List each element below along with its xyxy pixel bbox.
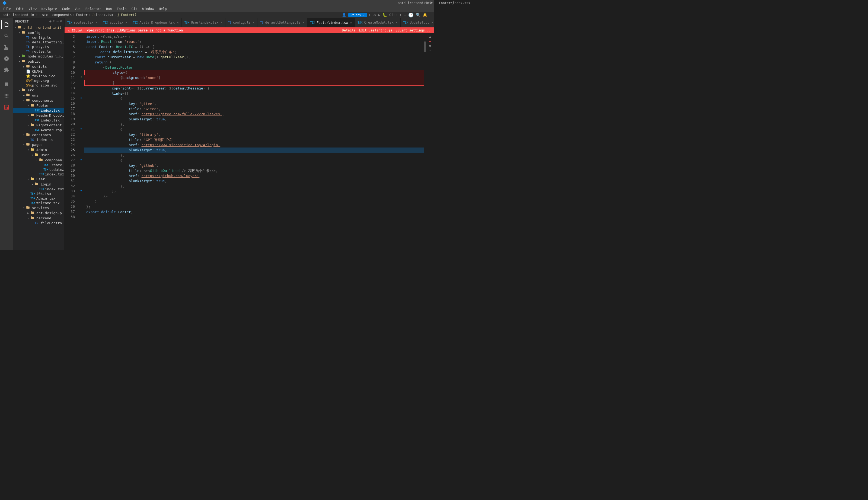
menu-refactor[interactable]: Refactor [83,7,103,11]
nav-up-icon[interactable]: ▲ [429,34,431,39]
tree-right-content-dir[interactable]: ▾ RightContent [13,123,64,128]
tree-pages-dir[interactable]: ▾ pages [13,142,64,147]
breadcrumb-file[interactable]: index.tsx [95,13,113,17]
activity-bookmarks[interactable] [1,79,12,90]
tree-config-ts[interactable]: TS config.ts [13,35,64,40]
breadcrumb-root[interactable]: antd-frontend-init [3,13,38,17]
tree-admin-dir[interactable]: ▾ Admin [13,147,64,152]
tree-src[interactable]: ▾ src [13,88,64,93]
tree-services-dir[interactable]: ▾ services [13,205,64,211]
menu-vue[interactable]: Vue [72,7,83,11]
tree-umi[interactable]: ▶ umi [13,93,64,98]
tree-user-index[interactable]: TSX index.tsx [13,172,64,177]
tree-components[interactable]: ▾ components [13,98,64,103]
tree-avatar-dropdown[interactable]: TSX AvatarDropdown.tsx [13,128,64,132]
menu-window[interactable]: Window [140,7,156,11]
tab-config[interactable]: TS config.ts ✕ [225,18,258,27]
tree-welcome-tsx[interactable]: TSX Welcome.tsx [13,201,64,205]
sidebar-collapse-icon[interactable]: ⊟ [53,19,55,24]
sidebar-close-icon[interactable]: ✕ [60,19,62,24]
tree-file-controller[interactable]: TS fileController.ts [13,221,64,225]
tree-pro-icon-svg[interactable]: SVG pro_icon.svg [13,83,64,88]
toolbar-notifications-icon[interactable]: 🔔 [422,13,427,17]
tab-routes[interactable]: TSX routes.tsx ✕ [65,18,100,27]
breadcrumb-function[interactable]: ⨍ Footer() [117,13,137,17]
error-eslint-settings-link[interactable]: ESLint settings... [395,29,431,32]
tree-public-dir[interactable]: ▾ public [13,59,64,64]
activity-git[interactable] [1,42,12,53]
breadcrumb-src[interactable]: src [42,13,48,17]
tab-user-index[interactable]: TSX User\index.tsx ✕ [182,18,225,27]
tree-logo-svg[interactable]: SVG logo.svg [13,78,64,83]
tree-constants-index[interactable]: TS index.ts [13,137,64,142]
tab-default-settings[interactable]: TS defaultSettings.ts ✕ [257,18,307,27]
toolbar-git-push-icon[interactable]: ↑ [399,13,402,17]
tab-avatar-close[interactable]: ✕ [177,21,179,24]
tree-constants-dir[interactable]: ▾ constants [13,132,64,137]
tree-header-dropdown-index[interactable]: TSX index.tsx [13,118,64,123]
toolbar-git-pull-icon[interactable]: ↓ [404,13,406,17]
toolbar-run-icon[interactable]: ▶ [378,13,380,17]
tab-footer-index-close[interactable]: ✕ [350,21,352,24]
error-details-link[interactable]: Details [342,29,356,32]
tree-update-modal[interactable]: TSX UpdateModal.tsx [13,167,64,172]
tab-routes-close[interactable]: ✕ [95,21,97,24]
menu-navigate[interactable]: Navigate [40,7,59,11]
menu-file[interactable]: File [1,7,13,11]
breadcrumb-components[interactable]: components [52,13,71,17]
tree-root[interactable]: ▾ antd-frontend-init [13,25,64,30]
menu-help[interactable]: Help [157,7,169,11]
tab-app-close[interactable]: ✕ [126,21,127,24]
activity-explorer[interactable] [1,19,12,30]
tab-create-modal-close[interactable]: ✕ [396,21,398,24]
sidebar-new-file-icon[interactable]: ＋ [48,19,52,24]
tab-default-settings-close[interactable]: ✕ [303,21,305,24]
tree-backend-dir[interactable]: ▾ backend [13,216,64,221]
error-edit-eslint-link[interactable]: Edit .eslintrc.js [359,29,392,32]
tree-default-settings[interactable]: TS defaultSettings.ts [13,40,64,44]
tree-scripts[interactable]: ▶ scripts [13,64,64,69]
tree-cname[interactable]: 📄 CNAME [13,69,64,74]
menu-run[interactable]: Run [104,7,114,11]
tree-login-dir[interactable]: ▶ Login [13,182,64,187]
tab-config-close[interactable]: ✕ [253,21,255,24]
tab-update[interactable]: TSX Updatel... ✕ [401,18,434,27]
toolbar-search-icon[interactable]: 🔍 [416,13,420,17]
menu-edit[interactable]: Edit [14,7,26,11]
tree-footer-index[interactable]: TSX index.tsx [13,108,64,113]
menu-tools[interactable]: Tools [115,7,129,11]
toolbar-more-icon[interactable]: ⋯ [429,13,431,17]
nav-down-icon[interactable]: ▼ [429,44,431,48]
menu-git[interactable]: Git [129,7,140,11]
tree-proxy-ts[interactable]: TS proxy.ts [13,44,64,49]
breadcrumb-footer[interactable]: Footer [76,13,88,17]
tab-avatar[interactable]: TSX AvatarDropdown.tsx ✕ [130,18,182,27]
toolbar-history-icon[interactable]: 🕐 [408,12,414,18]
tree-admin-tsx[interactable]: TSX Admin.tsx [13,196,64,201]
tree-footer-dir[interactable]: ▾ Footer [13,103,64,108]
tree-header-dropdown-dir[interactable]: ▾ HeaderDropdown [13,113,64,118]
activity-npm[interactable] [1,102,12,113]
tree-routes-ts[interactable]: TS routes.ts [13,49,64,54]
toolbar-settings-icon[interactable]: ⚙ [373,13,376,17]
activity-debug[interactable] [1,53,12,64]
tab-footer-index[interactable]: TSX Footer\index.tsx ✕ [307,18,355,27]
toolbar-refresh-icon[interactable]: ↻ [369,13,371,17]
tree-ant-design-pro-dir[interactable]: ▶ ant-design-pro [13,211,64,216]
tree-user-dir2[interactable]: ▾ User [13,152,64,158]
tab-update-close[interactable]: ✕ [431,21,433,24]
tree-login-index[interactable]: TSX index.tsx [13,187,64,191]
tab-app[interactable]: TSX app.tsx ✕ [100,18,130,27]
activity-structure[interactable] [1,90,12,101]
menu-view[interactable]: View [26,7,39,11]
tab-user-index-close[interactable]: ✕ [221,21,223,24]
tree-user-dir3[interactable]: ▾ User [13,177,64,182]
code-content[interactable]: import ~@umijs/max~ ; import React from … [84,33,424,250]
tree-create-modal[interactable]: TSX CreateModal.tsx [13,163,64,167]
activity-search[interactable] [1,30,12,41]
tree-favicon[interactable]: ⭐ favicon.ico [13,74,64,78]
toolbar-user-icon[interactable]: 👤 [342,13,346,17]
tab-create-modal[interactable]: TSX CreateModal.tsx ✕ [355,18,401,27]
activity-extensions[interactable] [1,65,12,76]
sidebar-more-icon[interactable]: ⋯ [56,19,59,24]
